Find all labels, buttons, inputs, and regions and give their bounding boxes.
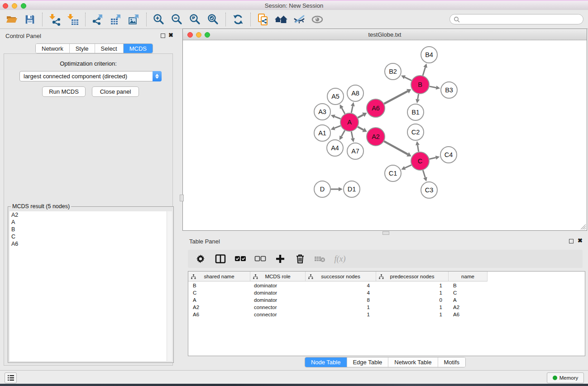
first-neighbors-button[interactable] bbox=[272, 11, 290, 28]
export-network-button[interactable] bbox=[89, 11, 107, 28]
table-cell[interactable]: 4 bbox=[306, 289, 376, 296]
graph-edge-A6-B[interactable] bbox=[384, 91, 408, 104]
tab-select[interactable]: Select bbox=[95, 44, 124, 53]
graph-node-A7[interactable]: A7 bbox=[347, 143, 363, 159]
close-table-panel-icon[interactable]: ✖ bbox=[578, 237, 583, 244]
graph-node-A5[interactable]: A5 bbox=[327, 88, 344, 105]
graph-edge-C-C1[interactable] bbox=[405, 165, 411, 168]
graph-edge-C-C4[interactable] bbox=[429, 157, 435, 159]
graph-edge-A-A4[interactable] bbox=[341, 130, 345, 136]
zoom-in-button[interactable] bbox=[150, 11, 168, 28]
table-cell[interactable]: dominator bbox=[250, 282, 306, 289]
tab-motifs[interactable]: Motifs bbox=[438, 357, 465, 367]
graph-node-D[interactable]: D bbox=[314, 181, 330, 197]
graph-node-C[interactable]: C bbox=[411, 152, 429, 170]
export-table-button[interactable] bbox=[107, 11, 125, 28]
graph-node-B1[interactable]: B1 bbox=[407, 104, 424, 120]
open-file-button[interactable] bbox=[3, 11, 21, 28]
resize-grip-icon[interactable] bbox=[579, 223, 586, 230]
apply-function-button[interactable]: f(x) bbox=[332, 252, 348, 266]
table-settings-button[interactable] bbox=[192, 252, 209, 266]
mcds-result-item[interactable]: A bbox=[10, 219, 172, 226]
table-cell[interactable]: A6 bbox=[449, 311, 488, 318]
table-cell[interactable]: dominator bbox=[250, 289, 306, 296]
show-column-button[interactable] bbox=[212, 252, 229, 266]
mcds-list-scrollbar[interactable] bbox=[167, 211, 172, 361]
mcds-result-item[interactable]: B bbox=[10, 226, 172, 233]
table-cell[interactable]: 8 bbox=[306, 296, 376, 304]
table-cell[interactable]: C bbox=[188, 289, 250, 296]
mcds-result-item[interactable]: A6 bbox=[10, 240, 172, 248]
criterion-select[interactable]: largest connected component (directed) bbox=[19, 71, 162, 81]
tab-network[interactable]: Network bbox=[36, 44, 70, 53]
graph-node-A4[interactable]: A4 bbox=[327, 140, 343, 156]
tab-node-table[interactable]: Node Table bbox=[305, 357, 347, 367]
table-cell[interactable]: 1 bbox=[306, 304, 376, 311]
graph-node-A6[interactable]: A6 bbox=[367, 99, 385, 117]
refresh-button[interactable] bbox=[229, 11, 247, 28]
graph-edge-A-A1[interactable] bbox=[335, 126, 341, 128]
graph-edge-B-B1[interactable] bbox=[418, 94, 419, 100]
zoom-selected-button[interactable] bbox=[204, 11, 222, 28]
delete-column-button[interactable] bbox=[292, 252, 308, 266]
table-row[interactable]: Adominator80A bbox=[188, 296, 585, 304]
table-cell[interactable]: A2 bbox=[449, 304, 488, 311]
tab-style[interactable]: Style bbox=[70, 44, 95, 53]
column-header-predecessor-nodes[interactable]: predecessor nodes bbox=[376, 272, 449, 281]
export-image-button[interactable] bbox=[125, 11, 143, 28]
column-header-name[interactable]: name bbox=[449, 272, 488, 281]
zoom-network-window-button[interactable] bbox=[205, 32, 210, 38]
import-network-button[interactable] bbox=[46, 11, 64, 28]
table-cell[interactable]: A bbox=[449, 296, 488, 304]
graph-edge-C-C2[interactable] bbox=[417, 145, 418, 152]
search-box[interactable] bbox=[449, 14, 583, 24]
graph-node-A3[interactable]: A3 bbox=[314, 104, 330, 120]
table-cell[interactable]: 1 bbox=[376, 289, 449, 296]
horizontal-splitter-handle[interactable] bbox=[382, 231, 389, 235]
close-panel-button[interactable]: Close panel bbox=[92, 86, 139, 97]
delete-table-button[interactable] bbox=[312, 252, 328, 266]
close-panel-icon[interactable]: ✖ bbox=[168, 32, 173, 38]
zoom-fit-button[interactable] bbox=[186, 11, 204, 28]
graph-edge-A-A6[interactable] bbox=[358, 115, 363, 118]
graph-edge-B-B2[interactable] bbox=[405, 77, 411, 81]
tab-network-table[interactable]: Network Table bbox=[388, 357, 438, 367]
column-header-successor-nodes[interactable]: successor nodes bbox=[306, 272, 376, 281]
table-cell[interactable]: C bbox=[449, 289, 488, 296]
minimize-network-window-button[interactable] bbox=[196, 32, 201, 38]
graph-edge-B-B4[interactable] bbox=[423, 67, 425, 76]
table-cell[interactable]: A2 bbox=[188, 304, 250, 311]
tab-edge-table[interactable]: Edge Table bbox=[347, 357, 388, 367]
show-all-button[interactable] bbox=[308, 11, 326, 28]
table-cell[interactable]: A6 bbox=[188, 311, 250, 318]
mcds-result-item[interactable]: C bbox=[10, 233, 172, 240]
network-canvas[interactable]: B4B2BB3A8A5A6A3B1AC2A1A2A4A7C4CC1DD1C3 bbox=[183, 40, 587, 230]
column-header-shared-name[interactable]: shared name bbox=[188, 272, 250, 281]
run-mcds-button[interactable]: Run MCDS bbox=[42, 86, 86, 97]
network-from-clipboard-button[interactable] bbox=[254, 11, 272, 28]
minimize-window-button[interactable] bbox=[12, 3, 17, 9]
graph-edge-A-A8[interactable] bbox=[351, 106, 353, 113]
table-row[interactable]: Cdominator41C bbox=[188, 289, 585, 296]
search-input[interactable] bbox=[460, 16, 579, 23]
graph-node-B2[interactable]: B2 bbox=[385, 63, 401, 80]
table-cell[interactable]: 1 bbox=[376, 311, 449, 318]
create-column-button[interactable] bbox=[272, 252, 288, 266]
graph-edge-B-B3[interactable] bbox=[430, 86, 436, 88]
table-cell[interactable]: 0 bbox=[376, 296, 449, 304]
table-cell[interactable]: B bbox=[188, 282, 250, 289]
graph-edge-A-A5[interactable] bbox=[342, 108, 345, 114]
graph-node-B3[interactable]: B3 bbox=[441, 82, 457, 98]
network-svg[interactable]: B4B2BB3A8A5A6A3B1AC2A1A2A4A7C4CC1DD1C3 bbox=[183, 40, 587, 230]
table-cell[interactable]: 4 bbox=[306, 282, 376, 289]
graph-node-A1[interactable]: A1 bbox=[314, 125, 330, 141]
tab-mcds[interactable]: MCDS bbox=[124, 44, 153, 53]
table-cell[interactable]: dominator bbox=[250, 296, 306, 304]
graph-node-C3[interactable]: C3 bbox=[421, 182, 437, 198]
graph-node-A8[interactable]: A8 bbox=[347, 85, 363, 101]
table-cell[interactable]: B bbox=[449, 282, 488, 289]
graph-node-A2[interactable]: A2 bbox=[367, 128, 385, 146]
zoom-window-button[interactable] bbox=[21, 3, 26, 9]
table-cell[interactable]: connector bbox=[250, 304, 306, 311]
close-network-window-button[interactable] bbox=[187, 32, 193, 38]
